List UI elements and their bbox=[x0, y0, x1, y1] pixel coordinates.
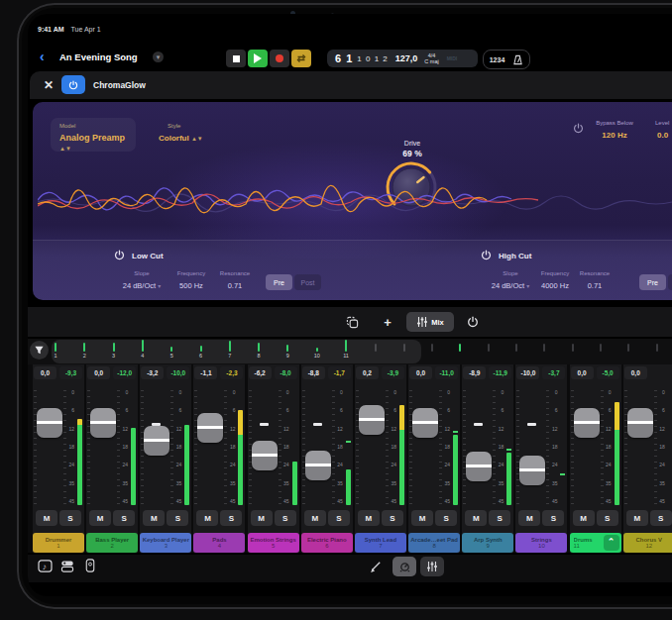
count-in-button[interactable]: 1234 bbox=[490, 56, 505, 63]
solo-button[interactable]: S bbox=[113, 510, 135, 526]
style-selector[interactable]: Style Colorful ▲▼ bbox=[154, 118, 223, 152]
stop-button[interactable] bbox=[226, 50, 246, 67]
solo-button[interactable]: S bbox=[650, 510, 672, 526]
high-cut-res-value[interactable]: 0.71 bbox=[573, 281, 616, 290]
loops-browser-icon[interactable]: ♪ bbox=[36, 557, 54, 574]
fader-handle[interactable] bbox=[90, 408, 116, 438]
close-icon[interactable]: ✕ bbox=[44, 78, 54, 92]
fader-handle[interactable] bbox=[519, 456, 545, 485]
fader-handle[interactable] bbox=[37, 408, 62, 438]
fader-area[interactable]: 061218243545 bbox=[462, 388, 513, 507]
record-button[interactable] bbox=[270, 50, 289, 67]
browser-icon[interactable] bbox=[58, 557, 76, 574]
track-name-footer[interactable]: Chorus V12 bbox=[623, 533, 672, 553]
solo-button[interactable]: S bbox=[59, 510, 81, 526]
pencil-icon[interactable] bbox=[367, 557, 385, 574]
channel-strip[interactable]: -3,2-10,0061218243545MSKeyboard Player3 bbox=[140, 364, 191, 553]
fader-handle[interactable] bbox=[144, 426, 169, 456]
high-cut-power-icon[interactable] bbox=[481, 250, 492, 260]
bypass-below-value[interactable]: 120 Hz bbox=[588, 131, 641, 140]
channel-strip[interactable]: -10,0-3,7061218243545MSStrings10 bbox=[515, 364, 567, 553]
mute-button[interactable]: M bbox=[573, 510, 595, 526]
fader-area[interactable]: 061218243545 bbox=[140, 388, 191, 507]
filter-button[interactable] bbox=[30, 341, 49, 360]
solo-button[interactable]: S bbox=[382, 510, 403, 526]
plugin-power-button[interactable] bbox=[61, 75, 85, 94]
mute-button[interactable]: M bbox=[626, 510, 648, 526]
channel-strip[interactable]: 0,0-9,3061218243545MSDrummer1 bbox=[33, 364, 84, 553]
track-name-footer[interactable]: Synth Lead7 bbox=[355, 533, 406, 553]
fader-area[interactable]: 061218243545 bbox=[623, 388, 672, 507]
track-name-footer[interactable]: Drummer1 bbox=[33, 533, 84, 553]
mute-button[interactable]: M bbox=[251, 510, 273, 526]
paste-settings-button[interactable] bbox=[339, 312, 365, 332]
mute-button[interactable]: M bbox=[196, 510, 218, 526]
mute-button[interactable]: M bbox=[89, 510, 111, 526]
solo-button[interactable]: S bbox=[167, 510, 188, 526]
fader-area[interactable]: 061218243545 bbox=[248, 388, 299, 507]
fader-handle[interactable] bbox=[252, 441, 278, 470]
low-cut-pre-button[interactable]: Pre bbox=[266, 274, 292, 290]
channel-strip[interactable]: -8,8-1,7061218243545MSElectric Piano6 bbox=[301, 364, 353, 553]
low-cut-power-icon[interactable] bbox=[114, 250, 125, 260]
channel-strip[interactable]: 0,2-3,9061218243545MSSynth Lead7 bbox=[355, 364, 406, 553]
fader-area[interactable]: 061218243545 bbox=[408, 388, 460, 507]
track-name-footer[interactable]: Drums11⌃ bbox=[570, 533, 621, 553]
fader-handle[interactable] bbox=[197, 413, 223, 443]
track-name-footer[interactable]: Strings10 bbox=[515, 533, 567, 553]
channel-strip[interactable]: 0,0061218243545MSChorus V12 bbox=[623, 364, 672, 553]
back-chevron-icon[interactable]: ‹ bbox=[40, 50, 45, 63]
fader-area[interactable]: 061218243545 bbox=[515, 388, 567, 507]
track-name-footer[interactable]: Emotion Strings5 bbox=[248, 533, 299, 553]
channel-strip[interactable]: 0,0-11,0061218243545MSArcade…eet Pad8 bbox=[408, 364, 460, 553]
fader-area[interactable]: 061218243545 bbox=[301, 388, 353, 507]
channel-strip[interactable]: -1,1-2,3061218243545MSPads4 bbox=[193, 364, 245, 553]
mixer-view-button[interactable] bbox=[420, 557, 444, 576]
cycle-button[interactable] bbox=[291, 50, 311, 67]
channel-strip[interactable]: -6,2-8,0061218243545MSEmotion Strings5 bbox=[248, 364, 299, 553]
fader-area[interactable]: 061218243545 bbox=[570, 388, 621, 507]
fader-handle[interactable] bbox=[305, 451, 331, 480]
smart-controls-button[interactable] bbox=[392, 557, 416, 576]
channel-strip[interactable]: 0,0-5,0061218243545MSDrums11⌃ bbox=[570, 364, 621, 553]
mute-button[interactable]: M bbox=[304, 510, 326, 526]
solo-button[interactable]: S bbox=[275, 510, 296, 526]
fader-handle[interactable] bbox=[466, 452, 492, 481]
fader-handle[interactable] bbox=[359, 405, 385, 435]
fader-area[interactable]: 061218243545 bbox=[355, 388, 406, 507]
fader-area[interactable]: 061218243545 bbox=[86, 388, 138, 507]
play-button[interactable] bbox=[248, 50, 268, 67]
track-name-footer[interactable]: Bass Player2 bbox=[86, 533, 138, 553]
track-name-footer[interactable]: Arcade…eet Pad8 bbox=[408, 533, 460, 553]
mute-button[interactable]: M bbox=[518, 510, 540, 526]
plugin-port-icon[interactable] bbox=[81, 557, 99, 574]
mixer-power-button[interactable] bbox=[460, 312, 486, 332]
mute-button[interactable]: M bbox=[465, 510, 487, 526]
low-cut-res-value[interactable]: 0.71 bbox=[213, 281, 257, 290]
mix-view-button[interactable]: Mix bbox=[406, 312, 454, 332]
channel-strip[interactable]: 0,0-12,0061218243545MSBass Player2 bbox=[86, 364, 138, 553]
track-name-footer[interactable]: Electric Piano6 bbox=[301, 533, 353, 553]
solo-button[interactable]: S bbox=[220, 510, 242, 526]
bypass-power-icon[interactable] bbox=[573, 123, 584, 134]
low-cut-freq-value[interactable]: 500 Hz bbox=[169, 281, 213, 290]
solo-button[interactable]: S bbox=[435, 510, 457, 526]
high-cut-post-button[interactable]: Post bbox=[668, 274, 672, 290]
fader-handle[interactable] bbox=[627, 408, 653, 438]
track-name-footer[interactable]: Keyboard Player3 bbox=[140, 533, 191, 553]
fader-handle[interactable] bbox=[574, 408, 600, 438]
track-name-footer[interactable]: Arp Synth9 bbox=[462, 533, 513, 553]
solo-button[interactable]: S bbox=[489, 510, 510, 526]
fader-area[interactable]: 061218243545 bbox=[193, 388, 245, 507]
low-cut-post-button[interactable]: Post bbox=[294, 274, 321, 290]
track-name-footer[interactable]: Pads4 bbox=[193, 533, 245, 553]
fader-handle[interactable] bbox=[412, 408, 438, 438]
song-menu-chevron-icon[interactable]: ▾ bbox=[153, 52, 164, 62]
mute-button[interactable]: M bbox=[411, 510, 433, 526]
level-value[interactable]: 0.0 bbox=[657, 131, 672, 140]
fader-area[interactable]: 061218243545 bbox=[33, 388, 84, 507]
add-plugin-button[interactable]: + bbox=[375, 312, 400, 332]
solo-button[interactable]: S bbox=[328, 510, 350, 526]
model-selector[interactable]: Model Analog Preamp ▲▼ bbox=[51, 118, 136, 152]
mute-button[interactable]: M bbox=[36, 510, 57, 526]
